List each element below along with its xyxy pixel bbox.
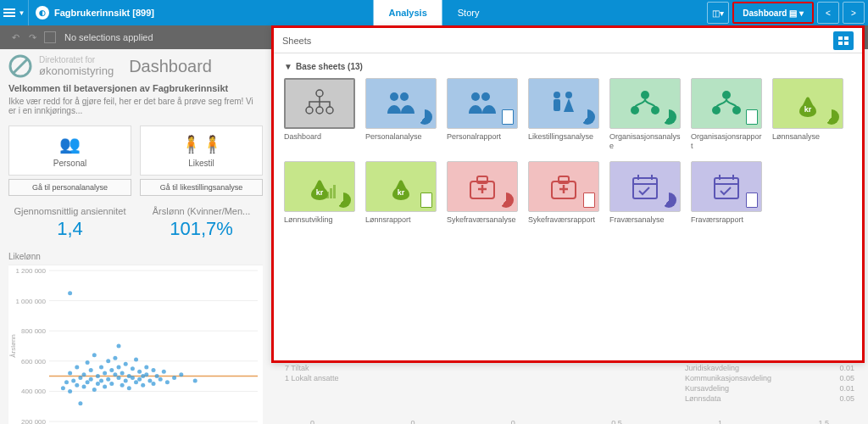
grid-icon [838, 36, 849, 45]
svg-point-65 [144, 372, 148, 377]
svg-point-47 [113, 356, 117, 360]
svg-point-36 [96, 374, 100, 378]
sheet-thumb [284, 78, 355, 129]
svg-rect-111 [715, 178, 738, 198]
card-personal[interactable]: 👥 Personal [8, 126, 131, 176]
sheet-personalanalyse[interactable]: Personalanalyse [365, 78, 437, 151]
goto-personal-btn[interactable]: Gå til personalanalyse [8, 179, 131, 196]
report-icon [502, 109, 514, 125]
sheet-label: Fraværsrapport [691, 215, 762, 225]
svg-point-30 [86, 360, 90, 365]
svg-point-57 [131, 376, 135, 380]
sheet-l-nnsutvikling[interactable]: krLønnsutvikling [284, 161, 355, 225]
sheet-thumb [528, 161, 599, 212]
svg-point-66 [147, 378, 152, 382]
sheet-thumb [528, 78, 599, 129]
sheet-l-nnsrapport[interactable]: krLønnsrapport [365, 161, 437, 225]
svg-rect-101 [333, 185, 336, 198]
sheet-label: Fraværsanalyse [609, 215, 681, 225]
svg-point-72 [165, 380, 170, 384]
sheet-label: Lønnsrapport [365, 215, 437, 225]
report-icon [746, 192, 758, 208]
sheet-label: Lønnsanalyse [772, 132, 843, 142]
svg-point-23 [71, 378, 75, 382]
pie-icon [661, 109, 676, 125]
svg-point-46 [113, 372, 117, 377]
sheet-label: Organisasjonsrapport [691, 132, 762, 151]
list-item: 1 Lokalt ansatte [285, 373, 420, 383]
prev-sheet-button[interactable]: < [817, 2, 839, 24]
sheet-organisasjonsanalyse[interactable]: Organisasjonsanalyse [609, 78, 681, 151]
scatter-chart[interactable]: 200 000400 000600 000800 0001 000 0001 2… [8, 265, 263, 424]
sheet-thumb [691, 161, 762, 212]
top-bar: ▼ ◐ Fagbrukerinnsikt [899] Analysis Stor… [0, 0, 868, 25]
sel-clear-icon[interactable] [44, 31, 56, 43]
svg-point-74 [179, 372, 183, 377]
list-item: Kursavdeling0.01 [685, 383, 854, 393]
list-item: Lønnsdata0.05 [685, 393, 854, 404]
svg-point-37 [96, 382, 100, 386]
sheet-l-nnsanalyse[interactable]: krLønnsanalyse [772, 78, 843, 151]
svg-point-40 [103, 371, 107, 376]
report-icon [746, 109, 758, 125]
logo-top: Direktoratet for [39, 55, 114, 64]
analysis-story-tabs: Analysis Story [374, 0, 495, 25]
dashboard-bg: Direktoratet for økonomistyring Dashboar… [0, 49, 271, 424]
logo-icon [8, 54, 32, 78]
sheet-organisasjonsrapport[interactable]: Organisasjonsrapport [691, 78, 762, 151]
sheet-label: Personalrapport [447, 132, 518, 142]
svg-point-51 [120, 371, 125, 376]
svg-point-26 [78, 376, 82, 380]
svg-point-35 [92, 353, 97, 357]
svg-line-1 [14, 59, 27, 73]
sheet-personalrapport[interactable]: Personalrapport [447, 78, 518, 151]
sheet-likestillingsanalyse[interactable]: Likestillingsanalyse [528, 78, 599, 151]
svg-point-43 [106, 377, 110, 382]
svg-point-44 [109, 368, 114, 372]
welcome-text: Velkommen til betaversjonen av Fagbruker… [8, 83, 263, 93]
pie-icon [417, 109, 432, 125]
svg-point-52 [124, 362, 128, 366]
svg-point-59 [134, 358, 138, 362]
svg-point-87 [481, 92, 490, 101]
base-sheets-toggle[interactable]: ▼ Base sheets (13) [284, 62, 852, 71]
next-sheet-button[interactable]: > [843, 2, 865, 24]
list-item: Juridiskavdeling0.01 [685, 363, 854, 373]
selection-text: No selections applied [64, 32, 153, 42]
report-icon [583, 192, 595, 208]
goto-likestilling-btn[interactable]: Gå til likestillingsanalyse [140, 179, 263, 196]
svg-point-32 [89, 377, 93, 382]
sheet-frav-rsanalyse[interactable]: Fraværsanalyse [609, 161, 681, 225]
svg-point-75 [193, 378, 198, 382]
sel-forward-icon[interactable]: ↷ [24, 32, 41, 43]
sheet-thumb: kr [284, 161, 355, 212]
bookmark-button[interactable]: ◫▾ [707, 2, 729, 24]
svg-point-77 [117, 344, 121, 349]
svg-point-22 [68, 371, 72, 376]
sheet-thumb [609, 161, 681, 212]
couple-icon: 🧍🧍 [146, 133, 257, 155]
sheet-frav-rsrapport[interactable]: Fraværsrapport [691, 161, 762, 225]
svg-point-81 [306, 107, 313, 114]
sheet-sykefrav-rsrapport[interactable]: Sykefraværsrapport [528, 161, 599, 225]
card-likestilling[interactable]: 🧍🧍 Likestil [140, 126, 263, 176]
menu-button[interactable]: ▼ [0, 0, 29, 25]
svg-point-80 [316, 90, 323, 97]
sheet-label: Dashboard [284, 132, 355, 142]
sheet-menu-button[interactable]: Dashboard ▤ ▾ [732, 2, 814, 24]
svg-point-55 [127, 386, 131, 390]
sheet-grid: DashboardPersonalanalysePersonalrapportL… [284, 78, 852, 225]
sheet-sykefrav-rsanalyse[interactable]: Sykefraværsanalyse [447, 161, 518, 225]
sheet-thumb [609, 78, 681, 129]
grid-view-button[interactable] [833, 31, 854, 50]
svg-point-82 [316, 107, 323, 114]
tab-analysis[interactable]: Analysis [374, 0, 442, 25]
svg-point-49 [117, 365, 121, 369]
sheet-dashboard[interactable]: Dashboard [284, 78, 355, 151]
svg-rect-107 [633, 178, 657, 198]
tab-story[interactable]: Story [442, 0, 495, 25]
page-title: Dashboard [129, 57, 212, 76]
svg-point-76 [68, 291, 72, 295]
sel-back-icon[interactable]: ↶ [7, 32, 24, 43]
svg-point-41 [103, 385, 107, 389]
